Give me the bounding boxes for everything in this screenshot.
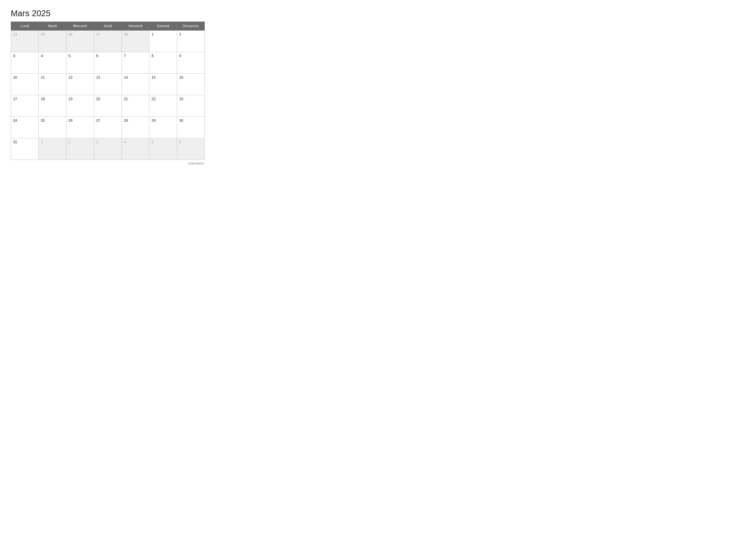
calendar-day[interactable]: 6 <box>177 138 204 160</box>
calendar-day[interactable]: 30 <box>177 117 204 138</box>
calendar-day[interactable]: 20 <box>94 95 122 117</box>
column-header-lundi: Lundi <box>11 22 39 31</box>
calendar-day[interactable]: 3 <box>11 52 39 74</box>
calendar-day[interactable]: 24 <box>11 31 39 52</box>
calendar-day[interactable]: 9 <box>177 52 204 74</box>
calendar-week-3: 10111213141516 <box>11 74 205 95</box>
column-header-mardi: Mardi <box>39 22 66 31</box>
calendar-day[interactable]: 23 <box>177 95 204 117</box>
calendar-day[interactable]: 3 <box>94 138 122 160</box>
calendar-day[interactable]: 18 <box>39 95 66 117</box>
calendar-day[interactable]: 5 <box>66 52 94 74</box>
column-header-dimanche: Dimanche <box>177 22 204 31</box>
calendar-day[interactable]: 25 <box>39 31 66 52</box>
calendar-day[interactable]: 25 <box>39 117 66 138</box>
calendar-day[interactable]: 8 <box>149 52 177 74</box>
column-header-samedi: Samedi <box>149 22 177 31</box>
calendar-day[interactable]: 4 <box>39 52 66 74</box>
calendar-day[interactable]: 5 <box>149 138 177 160</box>
calendar-day[interactable]: 13 <box>94 74 122 95</box>
calendar-day[interactable]: 28 <box>122 31 149 52</box>
calendar-day[interactable]: 14 <box>122 74 149 95</box>
calendar-day[interactable]: 28 <box>122 117 149 138</box>
column-header-vendredi: Vendredi <box>122 22 149 31</box>
calendar-day[interactable]: 15 <box>149 74 177 95</box>
calendar-day[interactable]: 31 <box>11 138 39 160</box>
calendar-day[interactable]: 11 <box>39 74 66 95</box>
calendar-day[interactable]: 21 <box>122 95 149 117</box>
calendar-week-6: 31123456 <box>11 138 205 160</box>
column-header-mercredi: Mercredi <box>66 22 94 31</box>
calendar-day[interactable]: 1 <box>39 138 66 160</box>
calendar-day[interactable]: 29 <box>149 117 177 138</box>
calendar-day[interactable]: 26 <box>66 31 94 52</box>
calendar-table: LundiMardiMercrediJeudiVendrediSamediDim… <box>11 21 205 160</box>
calendar-week-4: 17181920212223 <box>11 95 205 117</box>
calendar-day[interactable]: 27 <box>94 117 122 138</box>
calendar-day[interactable]: 4 <box>122 138 149 160</box>
calendar-day[interactable]: 16 <box>177 74 204 95</box>
calendar-day[interactable]: 1 <box>149 31 177 52</box>
page-title: Mars 2025 <box>11 9 205 18</box>
calendar-day[interactable]: 12 <box>66 74 94 95</box>
calendar-day[interactable]: 10 <box>11 74 39 95</box>
calendar-day[interactable]: 24 <box>11 117 39 138</box>
calendar-day[interactable]: 27 <box>94 31 122 52</box>
calendar-week-2: 3456789 <box>11 52 205 74</box>
calendar-day[interactable]: 17 <box>11 95 39 117</box>
calendar-day[interactable]: 26 <box>66 117 94 138</box>
calendar-day[interactable]: 7 <box>122 52 149 74</box>
column-header-jeudi: Jeudi <box>94 22 122 31</box>
calendar-day[interactable]: 2 <box>66 138 94 160</box>
calendar-day[interactable]: 22 <box>149 95 177 117</box>
calendar-day[interactable]: 19 <box>66 95 94 117</box>
calendar-week-1: 242526272812 <box>11 31 205 52</box>
calendar-week-5: 24252627282930 <box>11 117 205 138</box>
footer-label: iCalendrier.fr <box>11 162 205 165</box>
calendar-day[interactable]: 6 <box>94 52 122 74</box>
calendar-day[interactable]: 2 <box>177 31 204 52</box>
